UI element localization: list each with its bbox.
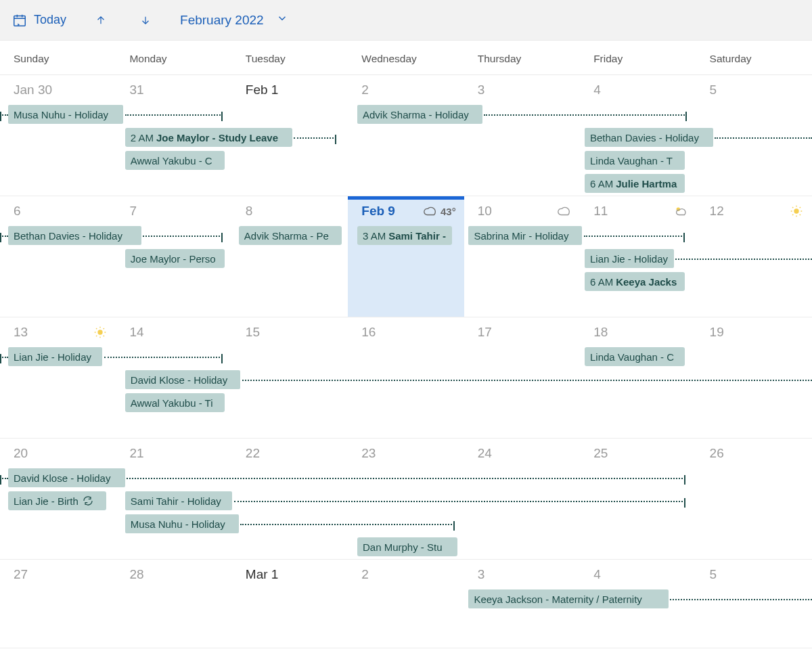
day-number: 20 (0, 439, 116, 467)
event[interactable]: David Klose - Holiday (8, 468, 125, 487)
event[interactable]: Awwal Yakubu - C (125, 151, 225, 170)
day-number: 17 (464, 317, 580, 346)
day-number: 13 (0, 317, 116, 346)
dow-header: Saturday (696, 43, 812, 74)
event[interactable]: Dan Murphy - Stu (357, 537, 457, 556)
event-label: Lian Jie - Holiday (14, 351, 91, 363)
sunny-icon (789, 204, 804, 219)
week-row: 27 28 Mar 1 2 3 4 5 Keeya Jackson - Mate… (0, 560, 812, 648)
event-label: Linda Vaughan - C (590, 351, 674, 363)
prev-arrow[interactable] (91, 10, 111, 30)
cloud-icon (557, 204, 572, 219)
event-label: Keeya Jackson - Maternity / Paternity (474, 594, 641, 605)
event[interactable]: Bethan Davies - Holiday (585, 128, 713, 147)
day-number: 24 (464, 439, 580, 467)
cloud-icon (423, 204, 438, 219)
day-number: 8 (232, 196, 348, 225)
event[interactable]: Keeya Jackson - Maternity / Paternity (468, 589, 668, 608)
day-number: Feb 1 (232, 75, 348, 104)
event-time: 3 AM (363, 230, 386, 242)
dow-header: Friday (580, 43, 696, 74)
day-number: 23 (348, 439, 464, 467)
week-row: Jan 30 31 Feb 1 2 3 4 5 Musa Nuhu - Holi… (0, 75, 812, 196)
event-label: Bethan Davies - Holiday (590, 132, 699, 143)
day-number: 27 (0, 560, 116, 588)
event-label: Musa Nuhu - Holiday (14, 109, 108, 120)
day-number: 15 (232, 317, 348, 346)
event-label: Dan Murphy - Stu (363, 541, 443, 553)
day-number-text: 11 (593, 204, 608, 219)
sunny-icon (93, 325, 108, 340)
dow-header: Wednesday (348, 43, 464, 74)
event[interactable]: Sami Tahir - Holiday (125, 491, 232, 510)
day-number: 19 (696, 317, 812, 346)
today-indicator (348, 196, 464, 200)
event[interactable]: Lian Jie - Birth (8, 491, 106, 510)
weather-badge (673, 204, 688, 219)
day-number: 26 (696, 439, 812, 467)
event[interactable]: 6 AMKeeya Jacks (585, 272, 685, 291)
event[interactable]: 3 AMSami Tahir - (357, 226, 452, 245)
dow-header: Sunday (0, 43, 116, 74)
day-number: 22 (232, 439, 348, 467)
day-number: 6 (0, 196, 116, 225)
event[interactable]: Linda Vaughan - C (585, 347, 685, 366)
dow-header: Monday (116, 43, 231, 74)
today-button[interactable]: Today (12, 13, 66, 28)
calendar-grid: Sunday Monday Tuesday Wednesday Thursday… (0, 41, 812, 648)
event[interactable]: Lian Jie - Holiday (585, 249, 674, 268)
day-number: 31 (116, 75, 231, 104)
event-label: Sami Tahir - Holiday (131, 495, 221, 507)
event[interactable]: Musa Nuhu - Holiday (8, 105, 123, 124)
day-number: 5 (696, 75, 812, 104)
day-number: 16 (348, 317, 464, 346)
day-number: 11 (580, 196, 696, 225)
event[interactable]: 6 AMJulie Hartma (585, 174, 685, 193)
svg-point-2 (794, 208, 798, 213)
day-number: Feb 9 43° (348, 196, 464, 225)
event[interactable]: Sabrina Mir - Holiday (468, 226, 582, 245)
weather-badge (93, 325, 108, 340)
day-number: 28 (116, 560, 231, 588)
event[interactable]: Joe Maylor - Perso (125, 249, 225, 268)
weather-badge (789, 204, 804, 219)
event[interactable]: Advik Sharma - Holiday (357, 105, 482, 124)
event[interactable]: Lian Jie - Holiday (8, 347, 102, 366)
event[interactable]: 2 AMJoe Maylor - Study Leave (125, 128, 292, 147)
week-row: 6 7 8 Feb 9 43° 10 11 (0, 196, 812, 317)
event-label: David Klose - Holiday (14, 472, 110, 484)
event-label: Musa Nuhu - Holiday (131, 518, 225, 530)
day-number: 2 (348, 560, 464, 588)
event[interactable]: Bethan Davies - Holiday (8, 226, 141, 245)
week-row: 20 21 22 23 24 25 26 David Klose - Holid… (0, 439, 812, 560)
day-number: 4 (580, 75, 696, 104)
event-label: Bethan Davies - Holiday (14, 230, 122, 242)
event-label: Joe Maylor - Perso (131, 253, 216, 265)
next-arrow[interactable] (135, 10, 156, 30)
month-label: February 2022 (180, 13, 264, 28)
svg-rect-0 (14, 16, 26, 26)
event[interactable]: Awwal Yakubu - Ti (125, 393, 225, 412)
today-label: Today (34, 13, 66, 27)
day-number: 3 (464, 560, 580, 588)
event[interactable]: David Klose - Holiday (125, 370, 240, 389)
day-number: 4 (580, 560, 696, 588)
event-label: Julie Hartma (616, 178, 677, 189)
day-number: 25 (580, 439, 696, 467)
weather-temp: 43° (441, 206, 456, 217)
dow-header: Thursday (464, 43, 580, 74)
day-number: 5 (696, 560, 812, 588)
day-number: 21 (116, 439, 231, 467)
event-time: 6 AM (590, 178, 613, 189)
event-label: Advik Sharma - Pe (244, 230, 329, 242)
day-number: 2 (348, 75, 464, 104)
day-number: 3 (464, 75, 580, 104)
event[interactable]: Musa Nuhu - Holiday (125, 514, 239, 533)
event[interactable]: Linda Vaughan - T (585, 151, 685, 170)
day-number: 18 (580, 317, 696, 346)
day-number: 14 (116, 317, 231, 346)
chevron-down-icon (276, 12, 288, 28)
month-selector[interactable]: February 2022 (180, 12, 288, 28)
event[interactable]: Advik Sharma - Pe (239, 226, 342, 245)
event-label: Keeya Jacks (616, 276, 677, 288)
